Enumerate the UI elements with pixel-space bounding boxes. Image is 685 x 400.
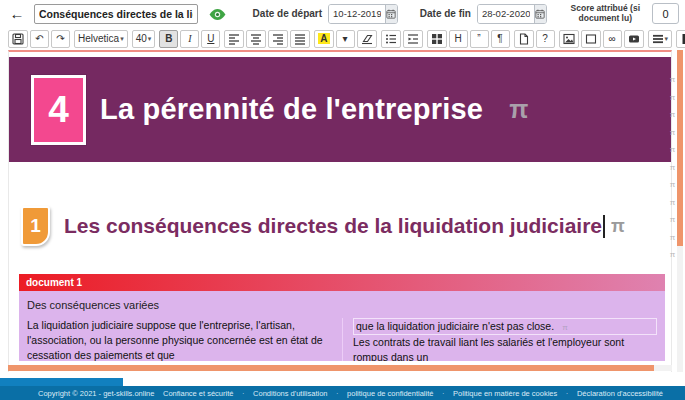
footer-link[interactable]: Confiance et sécurité (163, 389, 233, 398)
footer-copyright: Copyright © 2021 - get-skills.online (38, 389, 154, 398)
footer-separator: · (242, 389, 245, 398)
horizontal-scrollbar[interactable] (8, 365, 672, 371)
bars-justify-icon (294, 33, 306, 45)
align-justify-button[interactable] (290, 30, 310, 48)
align-right-button[interactable] (268, 30, 288, 48)
page-button[interactable] (676, 30, 685, 48)
style-button[interactable]: ▾ (648, 30, 673, 48)
toolbar-group (224, 30, 310, 48)
table-button[interactable] (427, 30, 447, 48)
doc-icon (518, 33, 530, 45)
footer-separator: · (442, 389, 445, 398)
back-arrow-icon[interactable]: ← (6, 5, 28, 22)
chapter-title: La pérennité de l'entreprise (100, 93, 483, 126)
bars-left-icon (228, 33, 240, 45)
date-start-input[interactable] (329, 5, 385, 23)
pi-marker-icon: π (509, 95, 528, 124)
pi-marker-icon: π (668, 141, 677, 159)
document-title-input[interactable] (34, 4, 198, 24)
section-title: Les conséquences directes de la liquidat… (64, 214, 602, 238)
list-ul-icon (385, 33, 397, 45)
bold-button[interactable]: B (159, 30, 178, 48)
pi-marker-icon: π (668, 246, 677, 264)
toolbar: ↶↷Helvetica▾40▾BIUA▾H”¶?∞▾</> (0, 27, 685, 50)
help-button[interactable]: ? (536, 30, 555, 48)
toolbar-group: ∞ (559, 30, 644, 48)
document-column-left: La liquidation judiciaire suppose que l'… (27, 318, 342, 361)
document-body: Des conséquences variées La liquidation … (19, 291, 665, 361)
pi-marker-icon: π (668, 106, 677, 124)
document-banner: document 1 (19, 274, 665, 291)
font-size-button[interactable]: 40▾ (132, 30, 156, 48)
preview-eye-icon[interactable] (208, 7, 227, 20)
bars-right-icon (272, 33, 284, 45)
footer-link[interactable]: Déclaration d'accessibilité (577, 389, 663, 398)
editor-canvas[interactable]: 4 La pérennité de l'entreprise π 1 Les c… (8, 50, 672, 372)
date-start-group (328, 4, 398, 24)
toolbar-group: BIU (159, 30, 220, 48)
editor-app: ← Date de départ (0, 0, 685, 400)
style-lines-icon (652, 33, 664, 45)
clear-format-button[interactable] (357, 30, 377, 48)
toolbar-group: ↶↷ (8, 30, 70, 48)
toolbar-group: </> (676, 30, 685, 48)
pi-marker-icon: π (668, 89, 677, 107)
video-icon (628, 33, 640, 45)
horizontal-scrollbar-thumb[interactable] (8, 365, 654, 371)
paragraph-button[interactable]: ¶ (491, 30, 510, 48)
vertical-scrollbar[interactable] (677, 50, 683, 372)
frame-button[interactable] (581, 30, 601, 48)
toolbar-group (381, 30, 423, 48)
unordered-list-button[interactable] (381, 30, 401, 48)
page-break-button[interactable] (514, 30, 534, 48)
pi-marker-icon: π (668, 159, 677, 177)
calendar-icon[interactable] (534, 5, 546, 23)
save-button[interactable] (8, 30, 28, 48)
video-button[interactable] (624, 30, 644, 48)
font-family-button[interactable]: Helvetica▾ (74, 30, 128, 48)
chevron-down-icon: ▾ (148, 35, 152, 43)
align-left-button[interactable] (224, 30, 244, 48)
document-column-right: que la liquidation judiciaire n'est pas … (342, 318, 657, 361)
document-text-line: Les contrats de travail liant les salari… (353, 336, 624, 361)
top-bar: ← Date de départ (0, 0, 685, 27)
redo-button[interactable]: ↷ (51, 30, 70, 48)
align-center-button[interactable] (246, 30, 266, 48)
date-end-label: Date de fin (420, 8, 471, 19)
chapter-number-box: 4 (31, 75, 86, 145)
footer-link[interactable]: Politique en matière de cookies (453, 389, 557, 398)
pi-marker-icon: π (668, 71, 677, 89)
blockquote-button[interactable]: ” (470, 30, 489, 48)
pi-marker-icon: π (611, 216, 625, 237)
floppy-icon (12, 33, 24, 45)
link-button[interactable]: ∞ (603, 30, 622, 48)
score-label: Score attribué (si document lu) (571, 4, 640, 24)
chevron-down-icon: ▾ (120, 35, 124, 43)
frame-icon (585, 33, 597, 45)
grid-icon (431, 33, 443, 45)
color-picker-button[interactable]: ▾ (336, 30, 355, 48)
toolbar-group: Helvetica▾ (74, 30, 128, 48)
indent-button[interactable] (403, 30, 423, 48)
line-pi-markers: πππππππππππ (668, 71, 677, 264)
undo-button[interactable]: ↶ (30, 30, 49, 48)
calendar-icon[interactable] (385, 5, 397, 23)
heading-button[interactable]: H (449, 30, 468, 48)
date-end-input[interactable] (478, 5, 534, 23)
footer-link[interactable]: politique de confidentialité (347, 389, 433, 398)
chapter-banner[interactable]: 4 La pérennité de l'entreprise π (9, 57, 671, 162)
footer-separator: · (336, 389, 339, 398)
picture-icon (563, 33, 575, 45)
toolbar-group: A▾ (314, 30, 376, 48)
vertical-scrollbar-thumb[interactable] (677, 50, 683, 246)
footer-link[interactable]: Conditions d'utilisation (253, 389, 327, 398)
section-heading[interactable]: 1 Les conséquences directes de la liquid… (21, 206, 671, 246)
selected-text-line[interactable]: que la liquidation judiciaire n'est pas … (353, 318, 657, 335)
italic-button[interactable]: I (180, 30, 199, 48)
toolbar-group: ? (514, 30, 555, 48)
picture-button[interactable] (559, 30, 579, 48)
score-input[interactable] (652, 3, 679, 24)
font-color-button[interactable]: A (314, 30, 333, 48)
underline-button[interactable]: U (201, 30, 220, 48)
document-block[interactable]: document 1 Des conséquences variées La l… (19, 274, 665, 361)
